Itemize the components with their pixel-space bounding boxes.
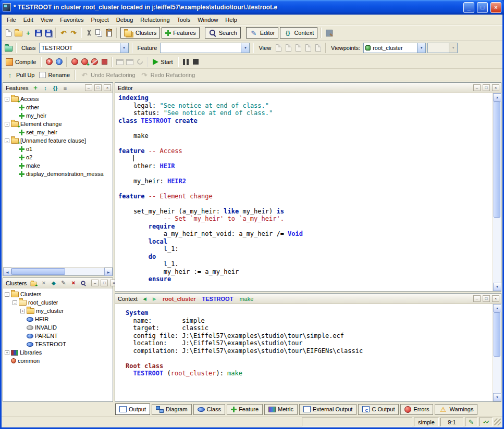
- tab-warnings[interactable]: Warnings: [435, 404, 477, 415]
- editor-tool-toggle[interactable]: Editor: [246, 27, 279, 39]
- viewpoints-combo[interactable]: root_cluster: [363, 43, 426, 53]
- editor-code-line[interactable]: class TESTROOT create: [118, 117, 493, 125]
- tab-c-output[interactable]: C Output: [358, 404, 399, 415]
- tab-output[interactable]: Output: [115, 403, 150, 415]
- undo-refactoring-button[interactable]: Undo Refactoring: [79, 70, 137, 80]
- viewpoints-combo-arrow-icon[interactable]: [417, 43, 425, 53]
- features-panel-titlebar[interactable]: Features – □ ×: [3, 83, 113, 93]
- menu-item-help[interactable]: Help: [222, 16, 241, 24]
- scroll-thumb[interactable]: [494, 312, 500, 357]
- scroll-left-button[interactable]: [3, 268, 11, 276]
- edit-state-button[interactable]: [465, 418, 477, 426]
- refresh-button[interactable]: [136, 58, 144, 66]
- start-button[interactable]: Start: [151, 58, 174, 66]
- editor-code-line[interactable]: require: [118, 223, 493, 231]
- debug-window2-button[interactable]: [126, 58, 134, 66]
- context-minimize-button[interactable]: –: [473, 295, 481, 302]
- scroll-track[interactable]: [11, 268, 104, 275]
- feature-item-access[interactable]: -Access: [3, 95, 113, 103]
- editor-code-line[interactable]: legal: "See notice at end of class.": [118, 102, 493, 110]
- editor-code-line[interactable]: indexing: [118, 94, 493, 102]
- tree-expander-icon[interactable]: -: [5, 292, 9, 297]
- class-combo[interactable]: TESTROOT: [39, 43, 129, 53]
- editor-code-line[interactable]: local: [118, 238, 493, 246]
- scroll-track[interactable]: [493, 312, 501, 393]
- feature-item-set-my-heir[interactable]: set_my_heir: [3, 128, 113, 136]
- add-button[interactable]: [24, 29, 32, 37]
- cluster-item-libraries[interactable]: +Libraries: [3, 348, 113, 357]
- sort-features-icon[interactable]: [41, 84, 49, 92]
- menu-item-edit[interactable]: Edit: [20, 16, 37, 24]
- feature-item-make[interactable]: make: [3, 161, 113, 170]
- tree-expander-icon[interactable]: +: [5, 350, 9, 355]
- scroll-track[interactable]: [493, 102, 501, 283]
- editor-code-line[interactable]: [118, 140, 493, 147]
- rename-button[interactable]: Rename: [38, 71, 71, 79]
- cluster-item-clusters[interactable]: -Clusters: [3, 290, 113, 298]
- breadcrumb-cluster[interactable]: root_cluster: [161, 296, 198, 302]
- open-file-button[interactable]: [14, 29, 22, 37]
- scroll-right-button[interactable]: [104, 268, 113, 276]
- save-all-button[interactable]: [44, 29, 52, 37]
- add-cluster-icon[interactable]: [30, 279, 38, 287]
- tab-class[interactable]: Class: [193, 404, 226, 415]
- breakpoint-add-button[interactable]: [80, 58, 89, 66]
- tab-errors[interactable]: Errors: [400, 404, 433, 415]
- editor-code-line[interactable]: [118, 170, 493, 178]
- resize-grip[interactable]: [494, 419, 501, 425]
- editor-code-line[interactable]: [118, 200, 493, 208]
- breakpoint-button[interactable]: [70, 58, 79, 66]
- context-vertical-scrollbar[interactable]: [493, 304, 501, 401]
- pull-up-button[interactable]: Pull Up: [4, 70, 36, 80]
- check-button[interactable]: [45, 58, 53, 66]
- clusters-tool-toggle[interactable]: Clusters: [120, 27, 160, 39]
- editor-code-line[interactable]: my_heir: HEIR2: [118, 178, 493, 185]
- features-tool-toggle[interactable]: Features: [162, 27, 199, 39]
- tab-external-output[interactable]: External Output: [299, 404, 357, 415]
- cluster-item-common[interactable]: common: [3, 357, 113, 365]
- profile-icon[interactable]: [50, 279, 57, 287]
- breadcrumb-class[interactable]: TESTROOT: [200, 296, 236, 302]
- feature-item-display-demonstration-messa[interactable]: display_demonstration_messa: [3, 170, 113, 178]
- tree-expander-icon[interactable]: -: [5, 97, 9, 102]
- editor-text-area[interactable]: indexing legal: "See notice at end of cl…: [115, 93, 493, 291]
- cluster-item-my-cluster[interactable]: +my_cluster: [3, 307, 113, 315]
- editor-code-line[interactable]: make: [118, 132, 493, 140]
- menu-item-project[interactable]: Project: [88, 16, 113, 24]
- view-flat-button[interactable]: [294, 44, 302, 52]
- tree-expander-icon[interactable]: -: [5, 122, 9, 127]
- features-tree[interactable]: -Accessothermy_heir-Element changeset_my…: [3, 93, 113, 267]
- editor-code-line[interactable]: -- Set `my_heir' to `a_my_heir'.: [118, 215, 493, 223]
- tab-diagram[interactable]: Diagram: [152, 404, 192, 415]
- editor-code-line[interactable]: do: [118, 253, 493, 261]
- tab-feature[interactable]: Feature: [227, 404, 263, 415]
- feature-signature-icon[interactable]: [51, 84, 59, 92]
- context-close-button[interactable]: ×: [492, 295, 499, 302]
- feature-item-o1[interactable]: o1: [3, 145, 113, 153]
- scroll-up-button[interactable]: [493, 304, 501, 312]
- clusters-panel-titlebar[interactable]: Clusters – □ ×: [3, 278, 113, 288]
- editor-vertical-scrollbar[interactable]: [493, 93, 501, 291]
- features-close-button[interactable]: ×: [104, 84, 111, 91]
- redo-refactoring-button[interactable]: Redo Refactoring: [139, 70, 197, 80]
- maximize-button[interactable]: □: [477, 2, 488, 13]
- editor-code-line[interactable]: [118, 185, 493, 193]
- editor-code-line[interactable]: my_heir := a_my_heir: [118, 268, 493, 276]
- feature-item-element-change[interactable]: -Element change: [3, 120, 113, 128]
- breadcrumb-feature[interactable]: make: [237, 296, 255, 302]
- context-maximize-button[interactable]: □: [483, 295, 490, 302]
- menu-item-file[interactable]: File: [3, 16, 20, 24]
- add-feature-icon[interactable]: [31, 84, 39, 92]
- feature-combo[interactable]: [160, 43, 250, 53]
- minimize-button[interactable]: _: [463, 2, 474, 13]
- scroll-down-button[interactable]: [493, 393, 501, 401]
- cluster-item-heir[interactable]: HEIR: [3, 315, 113, 323]
- feature-item-other[interactable]: other: [3, 103, 113, 111]
- feature-item-o2[interactable]: o2: [3, 153, 113, 161]
- feature-item-my-heir[interactable]: my_heir: [3, 111, 113, 120]
- edit-cluster-icon[interactable]: [59, 279, 67, 287]
- features-maximize-button[interactable]: □: [94, 84, 102, 91]
- view-clickable-button[interactable]: [284, 44, 292, 52]
- editor-maximize-button[interactable]: □: [483, 84, 490, 91]
- menu-item-favorites[interactable]: Favorites: [56, 16, 87, 24]
